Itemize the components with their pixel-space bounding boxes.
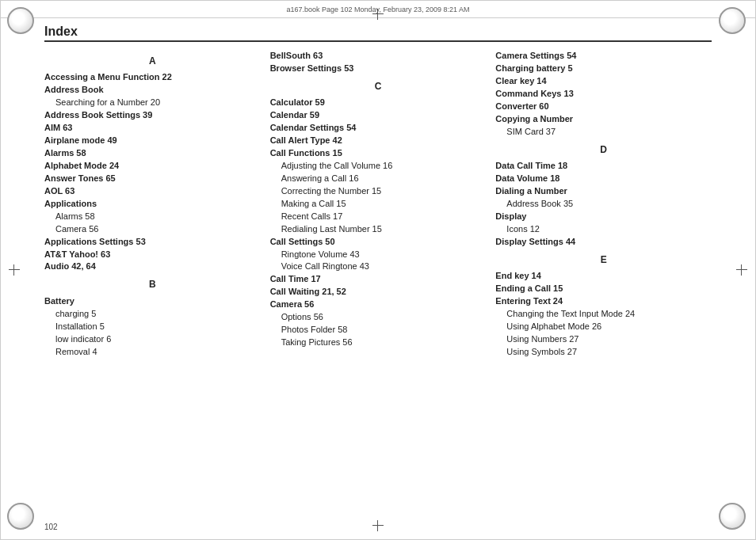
entry-1-0: BellSouth 63: [270, 50, 487, 63]
entry-0-11: Applications: [44, 198, 261, 211]
entry-2-12: Display: [495, 211, 712, 223]
corner-top-left: [7, 7, 37, 37]
entry-0-10: AOL 63: [44, 185, 261, 198]
entry-0-21: low indicator 6: [44, 333, 261, 346]
entry-1-14: Call Settings 50: [270, 236, 487, 249]
entry-0-18: Battery: [44, 295, 261, 308]
page-wrapper: a167.book Page 102 Monday, February 23, …: [0, 0, 756, 540]
entry-1-20: Options 56: [270, 311, 487, 324]
entry-2-21: Using Numbers 27: [495, 333, 712, 346]
entry-1-10: Correcting the Number 15: [270, 185, 487, 198]
entry-2-19: Changing the Text Input Mode 24: [495, 308, 712, 321]
entry-2-1: Charging battery 5: [495, 63, 712, 75]
crosshair-right: [736, 264, 747, 276]
entry-1-5: Calendar Settings 54: [270, 122, 487, 135]
entry-1-18: Call Waiting 21, 52: [270, 286, 487, 299]
entry-2-2: Clear key 14: [495, 75, 712, 88]
entry-2-0: Camera Settings 54: [495, 50, 712, 63]
entry-0-6: Airplane mode 49: [44, 135, 261, 147]
entry-2-17: Ending a Call 15: [495, 283, 712, 295]
entry-2-5: Copying a Number: [495, 113, 712, 126]
entry-2-18: Entering Text 24: [495, 295, 712, 308]
entry-0-9: Answer Tones 65: [44, 173, 261, 185]
page-number: 102: [44, 523, 58, 531]
entry-1-1: Browser Settings 53: [270, 63, 487, 75]
crosshair-left: [9, 264, 20, 276]
entry-0-16: Audio 42, 64: [44, 260, 261, 273]
entry-2-20: Using Alphabet Mode 26: [495, 321, 712, 333]
entry-2-3: Command Keys 13: [495, 88, 712, 101]
entry-1-7: Call Functions 15: [270, 147, 487, 160]
corner-bottom-right: [719, 503, 749, 533]
entry-1-17: Call Time 17: [270, 273, 487, 286]
entry-1-13: Redialing Last Number 15: [270, 223, 487, 236]
crosshair-bottom: [372, 520, 384, 531]
entry-1-4: Calendar 59: [270, 109, 487, 122]
entry-1-16: Voice Call Ringtone 43: [270, 260, 487, 273]
entry-2-15: E: [495, 253, 712, 267]
entry-1-2: C: [270, 80, 487, 93]
entry-0-19: charging 5: [44, 308, 261, 321]
column-2: BellSouth 63Browser Settings 53CCalculat…: [270, 50, 496, 358]
entry-1-3: Calculator 59: [270, 97, 487, 109]
column-1: AAccessing a Menu Function 22Address Boo…: [44, 50, 270, 358]
entry-1-9: Answering a Call 16: [270, 173, 487, 185]
entry-1-19: Camera 56: [270, 299, 487, 311]
index-title: Index: [44, 25, 712, 42]
entry-0-12: Alarms 58: [44, 211, 261, 223]
entry-2-7: D: [495, 143, 712, 157]
entry-0-13: Camera 56: [44, 223, 261, 236]
entry-0-4: Address Book Settings 39: [44, 109, 261, 122]
entry-2-9: Data Volume 18: [495, 173, 712, 185]
column-3: Camera Settings 54Charging battery 5Clea…: [495, 50, 712, 358]
entry-1-6: Call Alert Type 42: [270, 135, 487, 147]
entry-2-6: SIM Card 37: [495, 126, 712, 139]
entry-0-7: Alarms 58: [44, 147, 261, 160]
columns-container: AAccessing a Menu Function 22Address Boo…: [44, 50, 712, 358]
entry-2-11: Address Book 35: [495, 198, 712, 211]
entry-2-4: Converter 60: [495, 101, 712, 113]
entry-0-5: AIM 63: [44, 122, 261, 135]
entry-0-2: Address Book: [44, 84, 261, 97]
entry-0-1: Accessing a Menu Function 22: [44, 71, 261, 84]
entry-0-14: Applications Settings 53: [44, 236, 261, 249]
entry-1-22: Taking Pictures 56: [270, 337, 487, 349]
entry-2-13: Icons 12: [495, 223, 712, 236]
entry-1-12: Recent Calls 17: [270, 211, 487, 223]
entry-1-11: Making a Call 15: [270, 198, 487, 211]
entry-0-15: AT&T Yahoo! 63: [44, 249, 261, 261]
entry-1-8: Adjusting the Call Volume 16: [270, 160, 487, 173]
entry-0-8: Alphabet Mode 24: [44, 160, 261, 173]
entry-1-21: Photos Folder 58: [270, 324, 487, 337]
page-content: Index AAccessing a Menu Function 22Addre…: [44, 18, 712, 515]
entry-2-10: Dialing a Number: [495, 185, 712, 198]
entry-0-0: A: [44, 55, 261, 68]
entry-0-3: Searching for a Number 20: [44, 97, 261, 109]
entry-0-17: B: [44, 278, 261, 291]
entry-2-16: End key 14: [495, 270, 712, 283]
entry-2-14: Display Settings 44: [495, 236, 712, 249]
entry-2-8: Data Call Time 18: [495, 160, 712, 173]
corner-top-right: [719, 7, 749, 37]
entry-0-20: Installation 5: [44, 321, 261, 333]
entry-1-15: Ringtone Volume 43: [270, 249, 487, 261]
entry-2-22: Using Symbols 27: [495, 346, 712, 359]
corner-bottom-left: [7, 503, 37, 533]
entry-0-22: Removal 4: [44, 346, 261, 359]
